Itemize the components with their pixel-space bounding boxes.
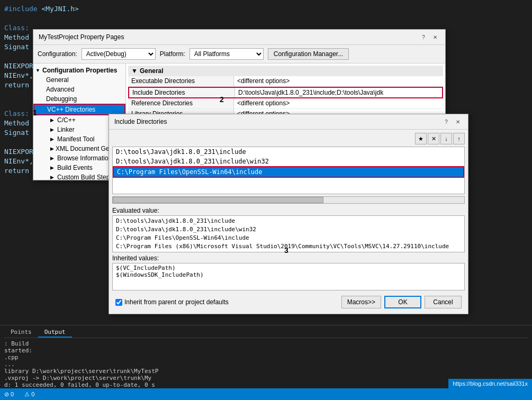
sub-help-button[interactable]: ? (441, 117, 451, 126)
inherited-section: Inherited values: $(VC_IncludePath) $(Wi… (112, 254, 465, 290)
inherited-line-1: $(WindowsSDK_IncludePath) (116, 271, 461, 278)
tab-points[interactable]: Points (4, 328, 38, 338)
tree-item-cpp-label: C/C++ (57, 116, 76, 124)
prop-section-header: ▼ General (128, 66, 443, 76)
url-text: https://blog.csdn.net/sail331x (453, 380, 528, 387)
add-dir-button[interactable]: ★ (415, 133, 427, 144)
include-directories-dialog: Include Directories ? ✕ ★ ✕ ↓ ↑ D:\tools… (109, 114, 468, 314)
ok-button[interactable]: OK (384, 296, 421, 308)
main-close-button[interactable]: ✕ (430, 33, 440, 41)
eval-section: Evaluated value: D:\tools\Java\jdk1.8.0_… (112, 207, 465, 252)
tree-item-advanced[interactable]: Advanced (33, 85, 125, 94)
eval-line-3: C:\Program Files (x86)\Microsoft Visual … (116, 242, 461, 251)
main-title-buttons: ? ✕ (419, 33, 440, 41)
tree-item-general[interactable]: General (33, 75, 125, 85)
tree-item-browse-label: Browse Information (57, 154, 112, 162)
main-title-text: MyTestProject Property Pages (39, 33, 124, 41)
dir-item-2[interactable]: C:\Program Files\OpenSSL-Win64\include (113, 166, 464, 178)
eval-line-2: C:\Program Files\OpenSSL-Win64\include (116, 234, 461, 242)
sub-close-button[interactable]: ✕ (453, 117, 463, 126)
prop-value-include: D:\tools\Java\jdk1.8.0_231\include;D:\to… (235, 88, 442, 97)
collapse-icon: ▼ (131, 67, 138, 75)
output-tab-bar: Points Output (4, 328, 528, 338)
tree-item-vc-label: VC++ Directories (47, 106, 95, 113)
inherited-label: Inherited values: (112, 254, 465, 262)
tree-item-linker-label: Linker (57, 126, 75, 133)
sub-toolbar: ★ ✕ ↓ ↑ (112, 133, 465, 144)
config-select[interactable]: Active(Debug) (82, 48, 156, 60)
move-up-button[interactable]: ↑ (453, 133, 465, 144)
inherit-label: Inherit from parent or project defaults (124, 298, 229, 306)
platform-select[interactable]: All Platforms (190, 48, 264, 60)
eval-label: Evaluated value: (112, 207, 465, 214)
prop-name-include: Include Directories (129, 88, 235, 97)
badge-2: 2 (220, 95, 224, 104)
cpp-arrow: ▶ (50, 117, 56, 123)
tree-item-debugging[interactable]: Debugging (33, 94, 125, 104)
tree-item-custom-build-label: Custom Build Step (57, 174, 110, 180)
manifest-arrow: ▶ (50, 137, 56, 142)
section-title: General (140, 67, 164, 75)
sub-dialog-body: ★ ✕ ↓ ↑ D:\tools\Java\jdk1.8.0_231\inclu… (109, 130, 468, 314)
custom-build-arrow: ▶ (50, 175, 56, 180)
config-label: Configuration: (38, 50, 77, 58)
main-dialog-toolbar: Configuration: Active(Debug) Platform: A… (33, 45, 445, 63)
tree-root-label: Configuration Properties (42, 67, 117, 74)
url-bar: https://blog.csdn.net/sail331x (448, 379, 532, 388)
tree-root[interactable]: ▼ Configuration Properties (33, 66, 125, 75)
sub-title-buttons: ? ✕ (441, 117, 463, 126)
eval-line-0: D:\tools\Java\jdk1.8.0_231\include (116, 217, 461, 225)
xml-arrow: ▶ (50, 146, 54, 151)
dir-item-0[interactable]: D:\tools\Java\jdk1.8.0_231\include (113, 147, 464, 157)
tab-output[interactable]: Output (38, 328, 72, 338)
browse-arrow: ▶ (50, 156, 56, 161)
prop-value-executable: <different options> (234, 76, 443, 86)
main-help-button[interactable]: ? (419, 33, 428, 41)
cancel-button[interactable]: Cancel (425, 296, 462, 308)
tree-item-build-events-label: Build Events (57, 164, 93, 171)
tree-item-general-label: General (46, 76, 69, 84)
badge-1: 1 (33, 108, 37, 117)
prop-value-reference: <different options> (234, 98, 443, 108)
inherit-checkbox-row: Inherit from parent or project defaults (115, 298, 229, 306)
eval-line-1: D:\tools\Java\jdk1.8.0_231\include\win32 (116, 225, 461, 234)
prop-name-reference: Reference Directories (128, 98, 234, 108)
status-bar: ⊘ 0 ⚠ 0 (0, 388, 532, 400)
dir-item-1[interactable]: D:\tools\Java\jdk1.8.0_231\include\win32 (113, 157, 464, 166)
eval-box: D:\tools\Java\jdk1.8.0_231\include D:\to… (112, 215, 465, 252)
build-events-arrow: ▶ (50, 165, 56, 170)
prop-name-executable: Executable Directories (128, 76, 234, 86)
inherited-line-0: $(VC_IncludePath) (116, 265, 461, 271)
horizontal-scrollbar[interactable] (112, 196, 465, 204)
remove-dir-button[interactable]: ✕ (428, 133, 439, 144)
root-arrow: ▼ (35, 68, 41, 73)
macros-button[interactable]: Macros>> (341, 296, 381, 308)
linker-arrow: ▶ (50, 127, 56, 132)
directory-list: D:\tools\Java\jdk1.8.0_231\include D:\to… (112, 147, 465, 194)
tree-item-advanced-label: Advanced (46, 86, 74, 93)
platform-label: Platform: (160, 50, 185, 58)
inherited-box: $(VC_IncludePath) $(WindowsSDK_IncludePa… (112, 263, 465, 290)
sub-dialog-title: Include Directories ? ✕ (109, 114, 468, 130)
sub-title-text: Include Directories (114, 118, 167, 125)
scrollbar-thumb (113, 197, 323, 203)
sub-footer: Inherit from parent or project defaults … (112, 294, 465, 311)
prop-row-reference[interactable]: Reference Directories <different options… (128, 98, 443, 109)
status-warning: ⚠ 0 (24, 391, 34, 398)
badge-3: 3 (284, 246, 288, 254)
prop-row-executable[interactable]: Executable Directories <different option… (128, 76, 443, 87)
tree-item-debugging-label: Debugging (46, 95, 77, 103)
move-down-button[interactable]: ↓ (440, 133, 452, 144)
prop-row-include[interactable]: Include Directories D:\tools\Java\jdk1.8… (128, 87, 443, 98)
inherit-checkbox[interactable] (115, 299, 122, 306)
main-dialog-title: MyTestProject Property Pages ? ✕ (33, 30, 445, 45)
status-text: ⊘ 0 (4, 391, 14, 398)
config-manager-button[interactable]: Configuration Manager... (268, 48, 349, 60)
footer-buttons: Macros>> OK Cancel (341, 296, 462, 308)
tree-item-manifest-label: Manifest Tool (57, 135, 94, 143)
